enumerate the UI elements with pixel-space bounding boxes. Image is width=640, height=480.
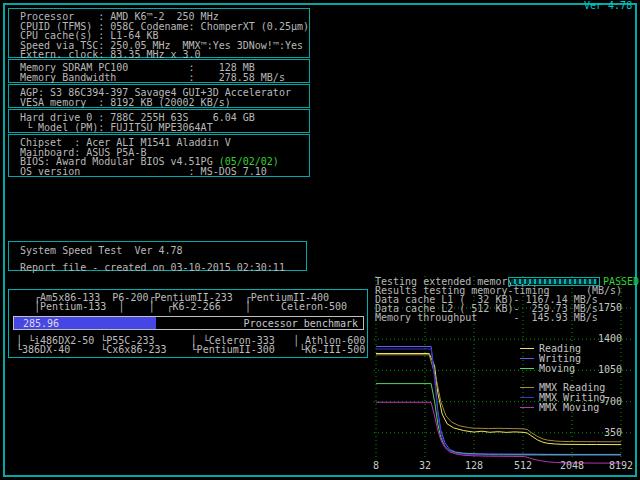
legend-color-dash <box>520 368 534 369</box>
legend-color-dash <box>520 397 534 398</box>
legend-mmx-writing: MMX Writing <box>539 393 605 402</box>
x-tick-label: 32 <box>407 461 443 470</box>
legend-mmx-moving: MMX Moving <box>539 403 599 412</box>
legend-reading: Reading <box>539 344 581 353</box>
legend-color-dash <box>520 358 534 359</box>
y-tick-label: 350 <box>586 428 622 437</box>
x-tick-label: 8192 <box>603 461 639 470</box>
x-tick-label: 512 <box>505 461 541 470</box>
y-tick-label: 1050 <box>586 365 622 374</box>
x-tick-label: 128 <box>456 461 492 470</box>
x-tick-label: 2048 <box>554 461 590 470</box>
speedsys-report-screen: Ver 4.78 Processor : AMD K6™-2 250 MHzCP… <box>0 0 640 480</box>
legend-color-dash <box>520 348 534 349</box>
legend-moving: Moving <box>539 364 575 373</box>
legend-mmx-reading: MMX Reading <box>539 383 605 392</box>
y-tick-label: 1750 <box>586 303 622 312</box>
memory-throughput-result: Memory throughput - 145.93 MB/s <box>375 313 598 322</box>
y-tick-label: 1400 <box>586 334 622 343</box>
x-tick-label: 8 <box>358 461 394 470</box>
legend-color-dash <box>520 407 534 408</box>
legend-color-dash <box>520 387 534 388</box>
legend-writing: Writing <box>539 354 581 363</box>
